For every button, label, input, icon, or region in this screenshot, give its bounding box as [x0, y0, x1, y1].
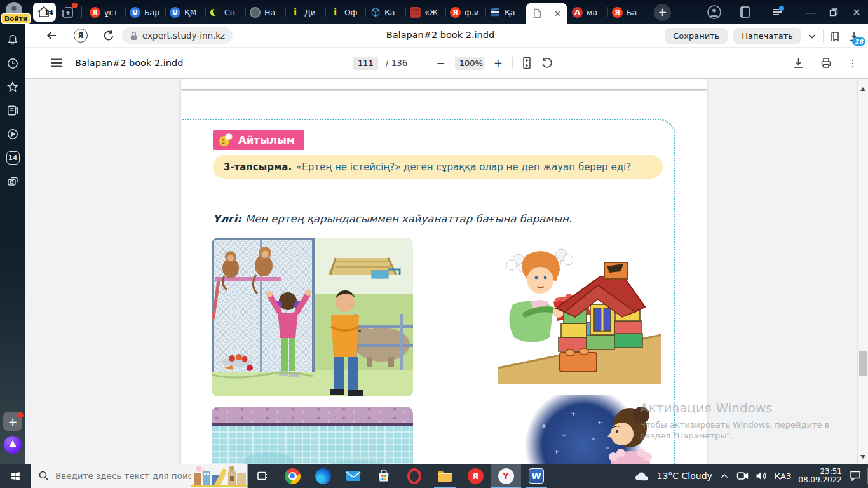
- red-a-favicon: А: [572, 7, 583, 18]
- page-number-input[interactable]: 111: [353, 57, 378, 70]
- close-tab-icon[interactable]: ✕: [554, 9, 561, 18]
- minimize-button[interactable]: —: [799, 0, 822, 24]
- pdf-more-icon[interactable]: ⋮: [848, 57, 858, 69]
- task-text: «Ертең не істейсің?» деген сұраққа олар …: [296, 161, 631, 173]
- tab-6[interactable]: iДи: [285, 0, 325, 24]
- feed-icon[interactable]: [0, 100, 25, 121]
- browser-sidebar: 14 +: [0, 24, 25, 464]
- rotate-icon[interactable]: [541, 57, 553, 69]
- screenshot-icon[interactable]: [0, 170, 25, 192]
- close-window-button[interactable]: ✕: [845, 0, 868, 24]
- start-button[interactable]: [0, 464, 31, 488]
- pdf-menu-icon[interactable]: [51, 58, 62, 68]
- document-favicon: [532, 8, 543, 19]
- taskbar-search[interactable]: [31, 464, 248, 488]
- grey-favicon: [250, 7, 261, 18]
- task-number: 3-тапсырма.: [224, 161, 292, 173]
- mail-icon[interactable]: [338, 464, 369, 488]
- tab-active[interactable]: ✕: [526, 3, 567, 24]
- downloads-icon[interactable]: 28: [848, 30, 860, 43]
- tab-2[interactable]: UБар: [125, 0, 165, 24]
- video-play-icon[interactable]: [0, 123, 25, 145]
- fit-page-icon[interactable]: [520, 56, 533, 70]
- tab-8[interactable]: Ка: [365, 0, 405, 24]
- pdf-page: Айтылым 3-тапсырма. «Ертең не істейсің?»…: [181, 91, 707, 464]
- building-blocks-illustration: [498, 241, 661, 384]
- chrome-icon[interactable]: [277, 464, 308, 488]
- previous-page-edge: [181, 79, 707, 89]
- pdf-download-icon[interactable]: [792, 57, 804, 69]
- tab-7[interactable]: iОф: [325, 0, 365, 24]
- opera-icon[interactable]: [399, 464, 430, 488]
- side-panel-icon[interactable]: [738, 5, 752, 19]
- tray-chevron-icon[interactable]: [719, 471, 729, 480]
- collections-icon[interactable]: [829, 30, 842, 43]
- restore-button[interactable]: [822, 0, 845, 24]
- alert-dot: [18, 412, 24, 418]
- home-tabs-button[interactable]: 14: [33, 3, 56, 22]
- scroll-down-arrow[interactable]: [860, 455, 865, 459]
- history-clock-icon[interactable]: [0, 53, 25, 74]
- volume-icon[interactable]: [756, 471, 768, 481]
- action-center-icon[interactable]: [849, 470, 862, 482]
- alice-assistant-button[interactable]: [4, 436, 22, 454]
- pdf-toolbar: Balapan#2 book 2.indd 111 / 136 − 100% +…: [25, 48, 868, 79]
- reload-icon[interactable]: [102, 29, 116, 43]
- new-tab-button[interactable]: +: [654, 4, 671, 21]
- scrollbar-thumb[interactable]: [859, 351, 867, 376]
- print-button[interactable]: Напечатать: [733, 28, 801, 44]
- meet-now-icon[interactable]: [736, 471, 749, 481]
- pdf-doc-name: Balapan#2 book 2.indd: [75, 58, 183, 68]
- task-view-button[interactable]: [247, 464, 277, 488]
- yandex-app-icon[interactable]: Я: [460, 464, 491, 488]
- keyboard-language[interactable]: ҚАЗ: [775, 471, 791, 481]
- tabs-container: Яұст UБар UҚМ Сп На iДи iОф Ка «Ж Яф.и Қ…: [85, 0, 671, 24]
- yandex-favicon: Я: [450, 7, 461, 18]
- pdf-print-icon[interactable]: [820, 57, 832, 69]
- save-button[interactable]: Сохранить: [665, 28, 728, 44]
- bookmarks-star-icon[interactable]: [0, 76, 25, 98]
- search-input[interactable]: [55, 471, 191, 481]
- cube-favicon: [370, 7, 381, 18]
- chevron-down-icon[interactable]: [807, 31, 817, 41]
- tab-10[interactable]: Яф.и: [445, 0, 485, 24]
- date-text: 08.09.2022: [798, 476, 842, 485]
- taskbar-clock[interactable]: 23:51 08.09.2022: [798, 468, 842, 485]
- tabs-overview-icon[interactable]: 14: [0, 147, 25, 168]
- notification-dot: [72, 3, 78, 8]
- back-icon[interactable]: [44, 29, 58, 43]
- tab-4[interactable]: Сп: [205, 0, 245, 24]
- login-badge[interactable]: Войти: [1, 13, 31, 24]
- tab-3[interactable]: UҚМ: [165, 0, 205, 24]
- edge-icon[interactable]: [308, 464, 338, 488]
- taskbar: Я Y W 13°C Cloudy ҚАЗ 23:51 08.09.2022: [0, 464, 868, 488]
- profile-icon[interactable]: [707, 4, 722, 20]
- zoom-out-button[interactable]: −: [434, 57, 447, 69]
- scroll-up-arrow[interactable]: [860, 87, 865, 91]
- search-icon: [39, 471, 49, 481]
- yandex-browser-icon[interactable]: Y: [491, 464, 521, 488]
- weather-text[interactable]: 13°C Cloudy: [656, 471, 712, 481]
- store-icon[interactable]: [369, 464, 399, 488]
- tab-9[interactable]: «Ж: [405, 0, 445, 24]
- tab-13[interactable]: Ама: [567, 0, 607, 24]
- zoo-illustration: [212, 238, 413, 396]
- zoom-level[interactable]: 100%: [455, 57, 484, 70]
- pdf-viewer[interactable]: Айтылым 3-тапсырма. «Ертең не істейсің?»…: [25, 79, 868, 464]
- viewer-scrollbar[interactable]: [857, 79, 868, 464]
- tab-5[interactable]: На: [245, 0, 285, 24]
- yandex-favicon: Я: [90, 7, 100, 18]
- info-favicon: i: [330, 7, 341, 18]
- tab-14[interactable]: ЯБа: [607, 0, 648, 24]
- notifications-bell-icon[interactable]: [0, 29, 25, 51]
- info-favicon: i: [290, 7, 301, 18]
- yandex-home-icon[interactable]: Я: [74, 29, 88, 43]
- city-illustration: [191, 464, 247, 487]
- browser-menu-icon[interactable]: [766, 0, 789, 24]
- zoom-in-button[interactable]: +: [492, 57, 505, 69]
- speaking-badge: Айтылым: [213, 130, 304, 150]
- tab-1[interactable]: Яұст: [85, 0, 125, 24]
- file-explorer-icon[interactable]: [430, 464, 460, 488]
- word-icon[interactable]: W: [521, 464, 552, 488]
- tab-11[interactable]: Қа: [485, 0, 526, 24]
